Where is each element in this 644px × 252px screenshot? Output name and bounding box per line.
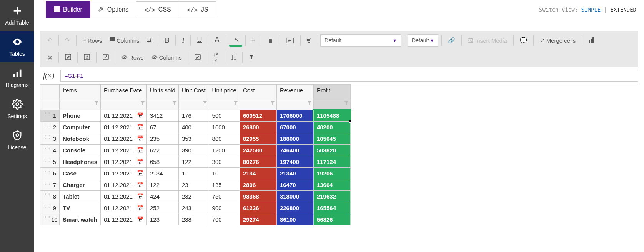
calendar-icon[interactable]: 📅 — [137, 216, 143, 222]
calendar-icon[interactable]: 📅 — [137, 205, 143, 211]
calendar-icon[interactable]: 📅 — [137, 182, 143, 188]
row-number[interactable]: ⋮⋮3 — [40, 133, 60, 145]
underline-button[interactable]: U — [194, 34, 205, 47]
italic-button[interactable]: I — [179, 34, 187, 47]
filter-uprice[interactable] — [209, 99, 240, 110]
cell-item[interactable]: Charger — [60, 179, 101, 191]
cell-item[interactable]: Case — [60, 168, 101, 179]
grid-corner[interactable] — [40, 85, 60, 99]
info-button[interactable]: i — [81, 51, 93, 63]
cell-profit[interactable]: 165564 — [313, 202, 350, 214]
tab-options[interactable]: Options — [90, 1, 136, 18]
filter-ucost[interactable] — [178, 99, 209, 110]
cell-unit-price[interactable]: 1200 — [209, 145, 240, 156]
cell-profit[interactable]: 105045 — [313, 133, 350, 145]
cell-units[interactable]: 622 — [147, 145, 179, 156]
filter-date[interactable] — [101, 99, 147, 110]
cell-units[interactable]: 235 — [147, 133, 179, 145]
col-header-cost[interactable]: Cost — [240, 85, 276, 99]
cell-date[interactable]: 01.12.2021📅 — [101, 214, 147, 225]
sort-button[interactable]: ↓AZ — [210, 51, 221, 63]
cell-date[interactable]: 01.12.2021📅 — [101, 110, 147, 122]
cell-date[interactable]: 01.12.2021📅 — [101, 122, 147, 133]
sidebar-item-settings[interactable]: Settings — [0, 93, 34, 125]
cell-cost[interactable]: 2134 — [240, 168, 276, 179]
filter-items[interactable] — [60, 99, 101, 110]
cell-cost[interactable]: 26800 — [240, 122, 276, 133]
data-grid[interactable]: Items Purchase Date Units sold Unit Cost… — [40, 84, 351, 225]
cell-item[interactable]: TV — [60, 202, 101, 214]
col-header-unit-cost[interactable]: Unit Cost — [178, 85, 209, 99]
tab-css[interactable]: </> CSS — [136, 1, 179, 18]
link-button[interactable]: 🔗 — [445, 34, 458, 47]
cell-profit[interactable]: 13664 — [313, 179, 350, 191]
cell-cost[interactable]: 29274 — [240, 214, 276, 225]
calendar-icon[interactable]: 📅 — [137, 112, 143, 118]
balance-button[interactable]: ⚖ — [44, 51, 55, 63]
filter-prof[interactable] — [313, 99, 350, 110]
cell-revenue[interactable]: 16470 — [276, 179, 313, 191]
cell-profit[interactable]: 219632 — [313, 191, 350, 202]
redo-button[interactable]: ↷ — [62, 34, 73, 47]
merge-cells-button[interactable]: ⤢Merge cells — [537, 34, 579, 47]
cell-unit-price[interactable]: 700 — [209, 214, 240, 225]
cell-profit[interactable]: 40200 — [313, 122, 350, 133]
cell-date[interactable]: 01.12.2021📅 — [101, 133, 147, 145]
cell-unit-cost[interactable]: 238 — [178, 214, 209, 225]
cell-units[interactable]: 424 — [147, 191, 179, 202]
cell-revenue[interactable]: 1706000 — [276, 110, 313, 122]
col-header-items[interactable]: Items — [60, 85, 101, 99]
table-row[interactable]: ⋮⋮6Case01.12.2021📅213411021342134019206 — [40, 168, 351, 179]
cell-date[interactable]: 01.12.2021📅 — [101, 168, 147, 179]
row-number[interactable]: ⋮⋮1 — [40, 110, 60, 122]
wrap-button[interactable]: |↵| — [283, 34, 297, 47]
cell-revenue[interactable]: 188000 — [276, 133, 313, 145]
cell-date[interactable]: 01.12.2021📅 — [101, 191, 147, 202]
cell-revenue[interactable]: 21340 — [276, 168, 313, 179]
cell-unit-price[interactable]: 300 — [209, 156, 240, 168]
cell-unit-cost[interactable]: 390 — [178, 145, 209, 156]
col-header-date[interactable]: Purchase Date — [101, 85, 147, 99]
cell-date[interactable]: 01.12.2021📅 — [101, 179, 147, 191]
cell-item[interactable]: Notebook — [60, 133, 101, 145]
row-number[interactable]: ⋮⋮2 — [40, 122, 60, 133]
chart-button[interactable] — [585, 34, 597, 47]
cell-unit-price[interactable]: 750 — [209, 191, 240, 202]
cell-revenue[interactable]: 226800 — [276, 202, 313, 214]
comment-button[interactable]: 💬 — [517, 34, 530, 47]
cell-cost[interactable]: 2806 — [240, 179, 276, 191]
row-number[interactable]: ⋮⋮6 — [40, 168, 60, 179]
cell-date[interactable]: 01.12.2021📅 — [101, 145, 147, 156]
font-size-select[interactable]: Default▼ — [408, 34, 438, 47]
cell-profit[interactable]: 117124 — [313, 156, 350, 168]
cell-cost[interactable]: 600512 — [240, 110, 276, 122]
cell-item[interactable]: Console — [60, 145, 101, 156]
cell-unit-price[interactable]: 800 — [209, 133, 240, 145]
sidebar-item-tables[interactable]: Tables — [0, 31, 34, 62]
cell-profit[interactable]: 19206 — [313, 168, 350, 179]
cell-date[interactable]: 01.12.2021📅 — [101, 202, 147, 214]
cell-unit-price[interactable]: 900 — [209, 202, 240, 214]
cell-unit-cost[interactable]: 353 — [178, 133, 209, 145]
cell-units[interactable]: 252 — [147, 202, 179, 214]
cell-item[interactable]: Computer — [60, 122, 101, 133]
calendar-icon[interactable]: 📅 — [137, 135, 143, 142]
cell-unit-cost[interactable]: 176 — [178, 110, 209, 122]
cell-profit[interactable]: 1105488 — [313, 110, 350, 122]
table-row[interactable]: ⋮⋮5Headphones01.12.2021📅6581223008027619… — [40, 156, 351, 168]
cell-unit-price[interactable]: 10 — [209, 168, 240, 179]
cell-profit[interactable]: 503820 — [313, 145, 350, 156]
cell-unit-price[interactable]: 500 — [209, 110, 240, 122]
cell-item[interactable]: Tablet — [60, 191, 101, 202]
col-header-revenue[interactable]: Revenue — [276, 85, 313, 99]
cell-units[interactable]: 67 — [147, 122, 179, 133]
cell-cost[interactable]: 98368 — [240, 191, 276, 202]
calendar-icon[interactable]: 📅 — [137, 170, 143, 176]
cell-date[interactable]: 01.12.2021📅 — [101, 156, 147, 168]
row-number[interactable]: ⋮⋮9 — [40, 202, 60, 214]
tab-js[interactable]: </> JS — [179, 1, 216, 18]
table-row[interactable]: ⋮⋮10Smart watch01.12.2021📅12323870029274… — [40, 214, 351, 225]
insert-media-button[interactable]: 🖼Insert Media — [465, 34, 510, 47]
table-row[interactable]: ⋮⋮1Phone01.12.2021📅341217650060051217060… — [40, 110, 351, 122]
row-number[interactable]: ⋮⋮8 — [40, 191, 60, 202]
